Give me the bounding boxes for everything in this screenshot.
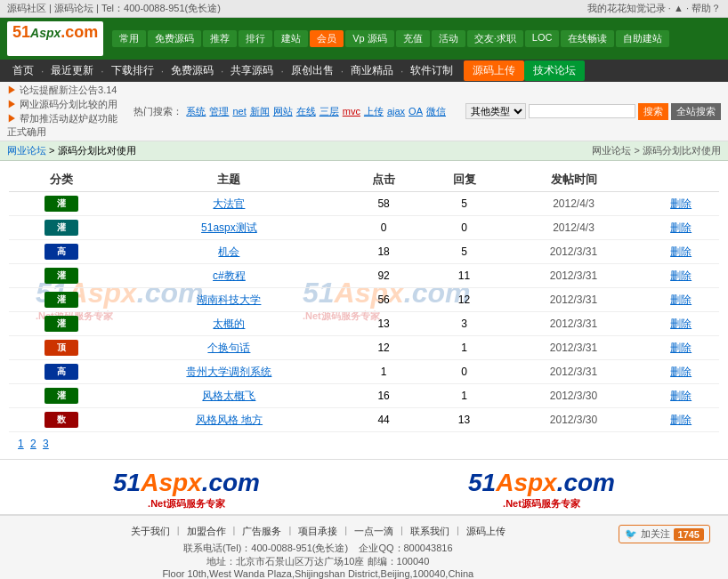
announce-item-3[interactable]: ▶ 帮加推活动赵炉赵功能正式确用	[7, 112, 119, 139]
nav-recent[interactable]: 最近更新	[44, 60, 101, 82]
hot-tag-ajax[interactable]: ajax	[387, 106, 405, 117]
main-header: 51Aspx.com .Net源码服务专家 常用 免费源码 推荐 排行 建站 会…	[0, 18, 728, 60]
nav-tab-loc[interactable]: LOC	[525, 30, 560, 47]
delete-link[interactable]: 删除	[670, 342, 692, 354]
nav-tab-huiyuan[interactable]: 会员	[310, 30, 344, 47]
search-button[interactable]: 搜索	[638, 103, 668, 120]
top-icon1[interactable]: ▲	[674, 3, 684, 13]
hot-tag-wangzhan[interactable]: 网站	[273, 105, 293, 118]
nav-share[interactable]: 共享源码	[223, 60, 280, 82]
hot-tag-net[interactable]: net	[232, 106, 246, 117]
footer-yidian[interactable]: 一点一滴	[354, 525, 393, 538]
top-account[interactable]: 我的花花知觉记录	[587, 3, 666, 13]
delete-link[interactable]: 删除	[670, 318, 692, 330]
hot-tag-oa[interactable]: OA	[408, 106, 423, 117]
hot-search-label: 热门搜索：	[133, 105, 182, 118]
topic-link[interactable]: 太概的	[213, 318, 245, 330]
clicks-cell: 16	[344, 384, 424, 408]
delete-link[interactable]: 删除	[670, 245, 692, 258]
nav-tab-jianzhan[interactable]: 建站	[274, 30, 308, 47]
nav-tab-chongzhi[interactable]: 充值	[396, 30, 430, 47]
delete-cell: 删除	[643, 240, 719, 264]
location-info: 网业论坛 > 源码分划比对使用	[592, 145, 721, 156]
delete-link[interactable]: 删除	[670, 269, 692, 282]
footer-address1: 地址：北京市石景山区万达广场10座 邮编：100040	[18, 555, 619, 568]
weibo-count: 1745	[674, 528, 704, 541]
table-row: 灌 太概的 13 3 2012/3/31 删除	[9, 312, 719, 336]
cat-cell: 顶	[9, 336, 115, 360]
nav-premium[interactable]: 商业精品	[344, 60, 400, 82]
nav-custom[interactable]: 软件订制	[403, 60, 460, 82]
nav-tab-vp[interactable]: Vp 源码	[345, 30, 394, 47]
breadcrumb-forum[interactable]: 网业论坛	[7, 145, 46, 156]
cat-cell: 数	[9, 408, 115, 432]
logo-image: 51Aspx.com	[12, 23, 98, 42]
search-input[interactable]	[529, 104, 635, 118]
hot-tag-mvc[interactable]: mvc	[343, 106, 360, 117]
delete-link[interactable]: 删除	[670, 294, 692, 306]
nav-free[interactable]: 免费源码	[164, 60, 221, 82]
delete-link[interactable]: 删除	[670, 197, 692, 210]
announce-item-2[interactable]: ▶ 网业源码分划比较的用	[7, 98, 119, 111]
delete-link[interactable]: 删除	[670, 390, 692, 402]
hot-tag-weixin[interactable]: 微信	[426, 105, 446, 118]
topic-link[interactable]: 贵州大学调剂系统	[186, 366, 271, 378]
weibo-box[interactable]: 🐦 加关注 1745	[619, 525, 710, 543]
announce-item-1[interactable]: ▶ 论坛提醒新注公告3.14	[7, 84, 119, 97]
delete-link[interactable]: 删除	[670, 221, 692, 234]
topic-link[interactable]: 湖南科技大学	[197, 294, 261, 306]
page-1[interactable]: 1	[18, 438, 24, 450]
nav-tab-jiaoyou[interactable]: 交友·求职	[467, 30, 523, 47]
footer-contact[interactable]: 联系我们	[410, 525, 449, 538]
nav-tab-huodong[interactable]: 活动	[432, 30, 465, 47]
topic-link[interactable]: 个换句话	[207, 342, 250, 354]
hot-tag-xinwen[interactable]: 新闻	[250, 105, 270, 118]
logo-box[interactable]: 51Aspx.com .Net源码服务专家	[7, 21, 103, 56]
nav-tab-self[interactable]: 自助建站	[616, 30, 669, 47]
footer-logo-left-image: 51Aspx.com	[113, 469, 260, 497]
nav-tab-free[interactable]: 免费源码	[148, 30, 201, 47]
hot-tag-guanli[interactable]: 管理	[209, 105, 229, 118]
hot-tag-shangchuan[interactable]: 上传	[364, 105, 384, 118]
main-content: 51Aspx.com .Net源码服务专家 51Aspx.com .Net源码服…	[0, 161, 728, 459]
nav-rank[interactable]: 下载排行	[104, 60, 161, 82]
nav-tab-changyong[interactable]: 常用	[112, 30, 146, 47]
footer-partner[interactable]: 加盟合作	[187, 525, 226, 538]
delete-link[interactable]: 删除	[670, 414, 692, 426]
phone-label: Tel：400-0088-951(免长途)	[101, 3, 221, 13]
nav-tab-paihang[interactable]: 排行	[239, 30, 272, 47]
table-row: 灌 c#教程 92 11 2012/3/31 删除	[9, 264, 719, 288]
hot-tag-xitong[interactable]: 系统	[186, 105, 206, 118]
nav-forum[interactable]: 技术论坛	[524, 60, 585, 81]
nav-tab-online[interactable]: 在线畅读	[561, 30, 614, 47]
footer-project[interactable]: 项目承接	[298, 525, 337, 538]
page-2[interactable]: 2	[30, 438, 36, 450]
page-3[interactable]: 3	[43, 438, 49, 450]
hot-tag-sanceng[interactable]: 三层	[320, 105, 339, 118]
nav-original[interactable]: 原创出售	[284, 60, 341, 82]
search-type-select[interactable]: 其他类型 全站搜索	[465, 103, 526, 119]
nav-home[interactable]: 首页	[5, 60, 41, 82]
top-help[interactable]: 帮助？	[692, 3, 721, 13]
footer-logo-right: 51Aspx.com .Net源码服务专家	[468, 469, 615, 511]
topic-link[interactable]: 机会	[218, 245, 239, 258]
delete-link[interactable]: 删除	[670, 366, 692, 378]
nav-tab-tuijian[interactable]: 推荐	[203, 30, 237, 47]
footer-ads[interactable]: 广告服务	[242, 525, 281, 538]
clicks-cell: 58	[344, 192, 424, 216]
topic-link[interactable]: 大法官	[213, 197, 245, 210]
footer-about[interactable]: 关于我们	[131, 525, 170, 538]
topic-cell: 个换句话	[115, 336, 344, 360]
hot-search-area: 热门搜索： 系统 管理 net 新闻 网站 在线 三层 mvc 上传 ajax …	[133, 105, 446, 118]
fullsite-search-button[interactable]: 全站搜索	[671, 103, 721, 120]
nav-upload[interactable]: 源码上传	[464, 60, 524, 81]
delete-cell: 删除	[643, 384, 719, 408]
topic-link[interactable]: 51aspx测试	[201, 221, 257, 234]
topic-link[interactable]: 风格太概飞	[202, 390, 255, 402]
hot-tag-zaixian[interactable]: 在线	[296, 105, 316, 118]
footer-upload[interactable]: 源码上传	[466, 525, 506, 538]
topic-link[interactable]: c#教程	[213, 269, 246, 282]
topic-cell: 机会	[115, 240, 344, 264]
topic-link[interactable]: 风格风格 地方	[196, 414, 263, 426]
clicks-cell: 18	[344, 240, 424, 264]
